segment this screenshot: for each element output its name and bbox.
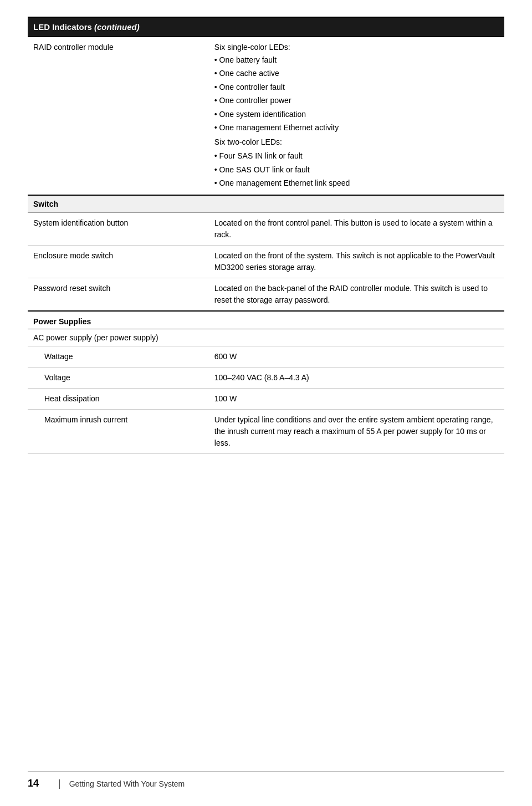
enclosure-mode-row: Enclosure mode switch Located on the fro… [28,245,504,278]
switch-header-cell: Switch [28,195,504,213]
bullet-controller-power: One controller power [214,94,499,107]
max-inrush-label: Maximum inrush current [28,409,209,453]
enclosure-mode-desc: Located on the front of the system. This… [209,245,504,278]
bullet-battery-fault: One battery fault [214,53,499,67]
section-header-subtitle: (continued) [94,22,140,32]
password-reset-row: Password reset switch Located on the bac… [28,278,504,311]
system-id-button-row: System identification button Located on … [28,212,504,245]
heat-dissipation-value: 100 W [209,388,504,409]
voltage-value: 100–240 VAC (8.6 A–4.3 A) [209,367,504,388]
bullet-cache-active: One cache active [214,67,499,80]
bullet-one-sas-out: One SAS OUT link or fault [214,163,499,176]
bullet-mgmt-ethernet-activity: One management Ethernet activity [214,121,499,134]
raid-controller-content: Six single-color LEDs: One battery fault… [209,37,504,195]
switch-header-row: Switch [28,195,504,213]
raid-controller-row: RAID controller module Six single-color … [28,37,504,195]
password-reset-desc: Located on the back-panel of the RAID co… [209,278,504,311]
footer-page-number: 14 [28,778,50,789]
two-color-label: Six two-color LEDs: [214,136,499,148]
bullet-controller-fault: One controller fault [214,80,499,94]
power-supplies-header-cell: Power Supplies [28,311,504,329]
ac-power-supply-label: AC power supply (per power supply) [28,329,504,346]
main-content: LED Indicators (continued) RAID controll… [28,17,504,749]
wattage-row: Wattage 600 W [28,346,504,367]
enclosure-mode-label: Enclosure mode switch [28,245,209,278]
bullet-system-identification: One system identification [214,108,499,121]
system-id-button-label: System identification button [28,212,209,245]
wattage-value: 600 W [209,346,504,367]
power-supplies-header-row: Power Supplies [28,311,504,329]
section-header-row: LED Indicators (continued) [28,17,504,37]
wattage-label: Wattage [28,346,209,367]
ac-power-supply-row: AC power supply (per power supply) [28,329,504,346]
single-color-intro: Six single-color LEDs: [214,43,290,52]
section-header-cell: LED Indicators (continued) [28,17,504,37]
max-inrush-row: Maximum inrush current Under typical lin… [28,409,504,453]
two-color-list: Four SAS IN link or fault One SAS OUT li… [214,149,499,190]
bullet-mgmt-ethernet-speed: One management Ethernet link speed [214,176,499,190]
password-reset-label: Password reset switch [28,278,209,311]
heat-dissipation-row: Heat dissipation 100 W [28,388,504,409]
page: LED Indicators (continued) RAID controll… [0,0,532,806]
bullet-four-sas-in: Four SAS IN link or fault [214,149,499,162]
section-header-title: LED Indicators [33,22,92,32]
main-table: LED Indicators (continued) RAID controll… [28,17,504,454]
single-color-list: One battery fault One cache active One c… [214,53,499,134]
system-id-button-desc: Located on the front control panel. This… [209,212,504,245]
heat-dissipation-label: Heat dissipation [28,388,209,409]
footer-text: Getting Started With Your System [69,779,185,788]
voltage-label: Voltage [28,367,209,388]
voltage-row: Voltage 100–240 VAC (8.6 A–4.3 A) [28,367,504,388]
footer-separator: | [58,778,61,789]
raid-controller-label: RAID controller module [28,37,209,195]
max-inrush-value: Under typical line conditions and over t… [209,409,504,453]
footer: 14 | Getting Started With Your System [28,772,504,789]
